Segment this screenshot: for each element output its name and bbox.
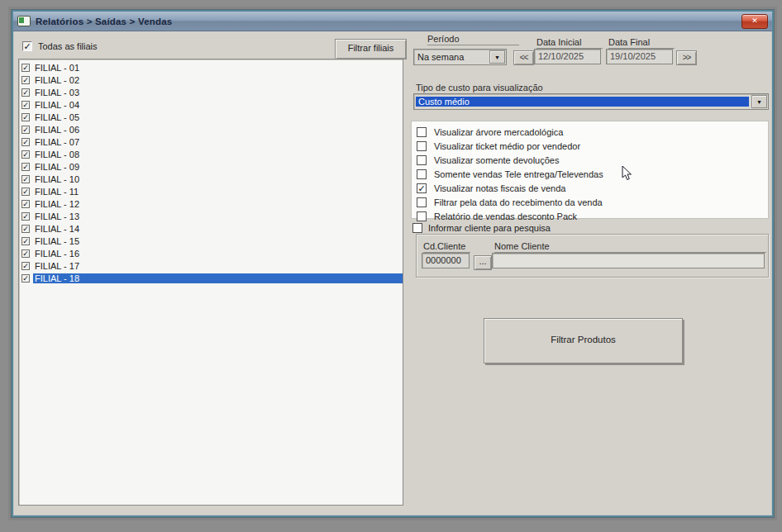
branch-row[interactable]: ✓FILIAL - 14 (19, 222, 403, 235)
option-row[interactable]: Relatório de vendas desconto Pack (412, 209, 768, 223)
branch-row[interactable]: ✓FILIAL - 09 (19, 160, 403, 173)
checkbox-icon[interactable]: ✓ (21, 126, 30, 134)
item-label: FILIAL - 01 (33, 63, 81, 73)
period-value: Na semana (414, 52, 489, 62)
filter-branches-button[interactable]: Filtrar filiais (335, 39, 407, 59)
checkbox-icon[interactable]: ✓ (21, 163, 30, 171)
close-button[interactable]: ✕ (741, 14, 768, 29)
period-combobox[interactable]: Na semana ▼ (413, 49, 507, 65)
checkbox-icon[interactable]: ✓ (21, 138, 30, 146)
client-search-checkbox[interactable] (412, 223, 422, 233)
branch-row[interactable]: ✓FILIAL - 03 (19, 86, 403, 98)
checkbox-icon[interactable] (417, 127, 427, 137)
client-code-field[interactable]: 0000000 (422, 253, 470, 268)
option-row[interactable]: Filtrar pela data do recebimento da vend… (412, 195, 768, 209)
checkbox-icon[interactable]: ✓ (21, 113, 30, 121)
branch-list[interactable]: ✓FILIAL - 01✓FILIAL - 02✓FILIAL - 03✓FIL… (18, 59, 403, 506)
start-date-field[interactable]: 12/10/2025 (534, 49, 601, 64)
branch-row[interactable]: ✓FILIAL - 17 (19, 259, 403, 272)
option-row[interactable]: Visualizar somente devoluções (412, 153, 768, 167)
branch-row[interactable]: ✓FILIAL - 02 (19, 74, 403, 86)
title-bar[interactable]: Relatórios > Saídas > Vendas ✕ (13, 12, 772, 31)
item-label: FILIAL - 02 (33, 75, 81, 85)
period-label: Período (427, 34, 519, 45)
app-icon (17, 16, 31, 26)
checkbox-icon[interactable] (417, 141, 427, 151)
item-label: Visualizar árvore mercadológica (434, 127, 563, 137)
branch-row[interactable]: ✓FILIAL - 18 (19, 272, 403, 284)
client-code-label: Cd.Cliente (423, 241, 470, 253)
checkbox-icon[interactable] (417, 197, 427, 207)
desktop: { "icons": { "check": "✓", "dropdown_arr… (0, 0, 782, 532)
item-label: FILIAL - 18 (33, 273, 403, 283)
checkbox-icon[interactable]: ✓ (21, 200, 30, 208)
item-label: FILIAL - 08 (33, 150, 81, 159)
client-lookup-button[interactable]: ... (474, 255, 492, 270)
branch-row[interactable]: ✓FILIAL - 06 (19, 123, 403, 135)
option-row[interactable]: Visualizar árvore mercadológica (412, 125, 768, 139)
all-branches-checkbox[interactable]: ✓ (22, 41, 32, 51)
end-date-label: Data Final (608, 37, 675, 49)
branch-row[interactable]: ✓FILIAL - 13 (19, 210, 403, 222)
item-label: FILIAL - 12 (33, 199, 81, 209)
checkbox-icon[interactable] (417, 155, 427, 165)
branch-row[interactable]: ✓FILIAL - 11 (19, 185, 403, 197)
item-label: FILIAL - 05 (33, 112, 81, 122)
checkbox-icon[interactable]: ✓ (21, 188, 30, 196)
next-period-button[interactable]: >> (676, 50, 697, 65)
branch-row[interactable]: ✓FILIAL - 12 (19, 197, 403, 210)
client-search-toggle-row: Informar cliente para pesquisa (412, 223, 551, 233)
client-search-groupbox: Cd.Cliente 0000000 ... Nome Cliente (416, 234, 769, 278)
branch-row[interactable]: ✓FILIAL - 01 (19, 61, 403, 74)
client-name-label: Nome Cliente (494, 241, 766, 253)
checkbox-icon[interactable] (417, 169, 427, 179)
checkbox-icon[interactable] (417, 211, 427, 221)
option-row[interactable]: Visualizar ticket médio por vendedor (412, 139, 768, 153)
item-label: Relatório de vendas desconto Pack (434, 211, 577, 221)
item-label: Filtrar pela data do recebimento da vend… (434, 197, 603, 207)
item-label: FILIAL - 13 (33, 211, 81, 221)
checkbox-icon[interactable]: ✓ (21, 101, 30, 109)
branch-row[interactable]: ✓FILIAL - 10 (19, 173, 403, 185)
branch-row[interactable]: ✓FILIAL - 07 (19, 135, 403, 148)
filter-products-button[interactable]: Filtrar Produtos (484, 318, 683, 363)
checkbox-icon[interactable]: ✓ (21, 225, 30, 233)
checkbox-icon[interactable]: ✓ (21, 274, 30, 283)
report-window: Relatórios > Saídas > Vendas ✕ ✓ Todas a… (12, 10, 774, 517)
checkbox-icon[interactable]: ✓ (21, 237, 30, 245)
option-row[interactable]: ✓Visualizar notas fiscais de venda (412, 181, 768, 195)
start-date-label: Data Inicial (536, 37, 603, 49)
item-label: Visualizar notas fiscais de venda (434, 183, 565, 193)
client-search-label: Informar cliente para pesquisa (428, 223, 551, 233)
item-label: FILIAL - 09 (33, 162, 81, 172)
chevron-down-icon[interactable]: ▼ (489, 50, 505, 64)
item-label: FILIAL - 03 (33, 88, 81, 97)
branch-row[interactable]: ✓FILIAL - 04 (19, 98, 403, 111)
checkbox-icon[interactable]: ✓ (21, 212, 30, 221)
branch-row[interactable]: ✓FILIAL - 15 (19, 235, 403, 247)
end-date-field[interactable]: 19/10/2025 (606, 49, 673, 64)
checkbox-icon[interactable]: ✓ (21, 249, 30, 258)
item-label: FILIAL - 10 (33, 174, 81, 184)
chevron-down-icon[interactable]: ▼ (751, 95, 767, 108)
item-label: FILIAL - 06 (33, 125, 81, 135)
branch-row[interactable]: ✓FILIAL - 05 (19, 111, 403, 123)
checkbox-icon[interactable]: ✓ (21, 64, 30, 72)
checkbox-icon[interactable]: ✓ (21, 76, 30, 84)
checkbox-icon[interactable]: ✓ (21, 175, 30, 183)
cost-type-combobox[interactable]: Custo médio ▼ (413, 93, 769, 110)
option-row[interactable]: Somente vendas Tele entrega/Televendas (412, 167, 768, 181)
checkbox-icon[interactable]: ✓ (21, 262, 30, 270)
client-name-field[interactable] (492, 253, 765, 268)
item-label: FILIAL - 14 (33, 224, 81, 234)
checkbox-icon[interactable]: ✓ (417, 183, 427, 193)
item-label: FILIAL - 04 (33, 100, 81, 110)
branch-row[interactable]: ✓FILIAL - 08 (19, 148, 403, 160)
previous-period-button[interactable]: << (513, 50, 534, 65)
checkbox-icon[interactable]: ✓ (21, 88, 30, 97)
checkbox-icon[interactable]: ✓ (21, 150, 30, 159)
all-branches-row: ✓ Todas as filiais (22, 41, 98, 51)
branch-row[interactable]: ✓FILIAL - 16 (19, 247, 403, 259)
item-label: Visualizar ticket médio por vendedor (434, 141, 580, 151)
window-title: Relatórios > Saídas > Vendas (36, 17, 172, 26)
